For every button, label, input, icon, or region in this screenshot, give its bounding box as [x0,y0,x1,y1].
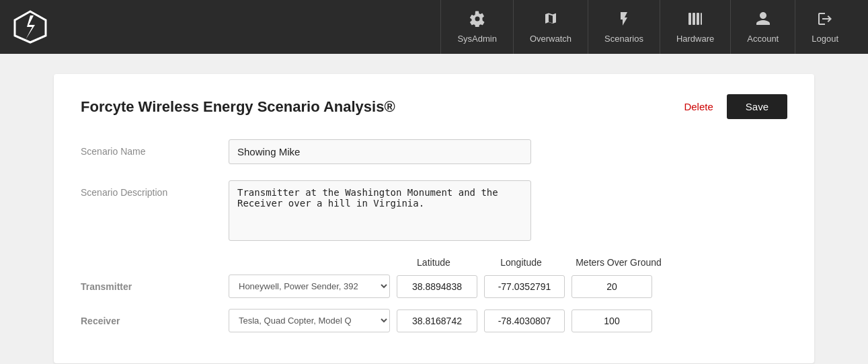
scenario-description-label: Scenario Description [81,180,229,198]
nav-item-overwatch[interactable]: Overwatch [513,0,588,54]
header: SysAdmin Overwatch Scenarios Hardware Ac… [0,0,868,54]
scenario-name-input[interactable] [229,139,531,164]
latitude-header: Latitude [390,257,477,268]
bolt-icon [616,11,632,31]
svg-rect-2 [688,13,691,25]
svg-marker-1 [26,15,35,40]
scenario-name-row: Scenario Name [81,139,787,164]
hardware-icon [687,11,703,31]
receiver-label: Receiver [81,316,229,326]
gear-icon [469,11,485,31]
nav-item-account[interactable]: Account [730,0,795,54]
svg-rect-3 [693,13,695,25]
longitude-header: Longitude [477,257,565,268]
nav-item-hardware[interactable]: Hardware [660,0,730,54]
svg-rect-5 [701,13,702,25]
transmitter-label: Transmitter [81,281,229,292]
overwatch-label: Overwatch [530,34,571,44]
logo-icon [13,10,47,44]
scenario-description-row: Scenario Description Transmitter at the … [81,180,787,241]
receiver-lat-input[interactable] [397,310,477,332]
scenario-card: Forcyte Wireless Energy Scenario Analysi… [54,74,814,363]
receiver-row: Receiver Tesla, Quad Copter, Model Q [81,309,787,332]
account-icon [755,11,771,31]
sysadmin-label: SysAdmin [457,34,497,44]
logout-icon [817,11,833,31]
nav-item-scenarios[interactable]: Scenarios [588,0,660,54]
svg-rect-4 [697,13,699,25]
scenario-description-input[interactable]: Transmitter at the Washington Monument a… [229,180,531,241]
transmitter-lon-input[interactable] [484,275,565,298]
nav-item-logout[interactable]: Logout [795,0,855,54]
main-content: Forcyte Wireless Energy Scenario Analysi… [0,54,868,364]
card-header: Forcyte Wireless Energy Scenario Analysi… [81,94,787,119]
save-button[interactable]: Save [727,94,787,119]
receiver-meters-input[interactable] [571,310,652,332]
hardware-label: Hardware [676,34,714,44]
transmitter-meters-input[interactable] [571,275,652,298]
page-title: Forcyte Wireless Energy Scenario Analysi… [81,98,684,116]
scenarios-label: Scenarios [604,34,643,44]
meters-header: Meters Over Ground [565,257,672,268]
main-nav: SysAdmin Overwatch Scenarios Hardware Ac… [440,0,855,54]
receiver-select[interactable]: Tesla, Quad Copter, Model Q [229,309,390,332]
transmitter-row: Transmitter Honeywell, Power Sender, 392 [81,275,787,298]
delete-button[interactable]: Delete [684,101,713,112]
logo[interactable] [13,10,47,44]
coords-header: Latitude Longitude Meters Over Ground [229,257,787,268]
logout-label: Logout [812,34,838,44]
account-label: Account [747,34,779,44]
map-icon [543,11,559,31]
nav-item-sysadmin[interactable]: SysAdmin [440,0,513,54]
scenario-name-label: Scenario Name [81,139,229,157]
receiver-lon-input[interactable] [484,310,565,332]
transmitter-select[interactable]: Honeywell, Power Sender, 392 [229,275,390,298]
transmitter-lat-input[interactable] [397,275,477,298]
